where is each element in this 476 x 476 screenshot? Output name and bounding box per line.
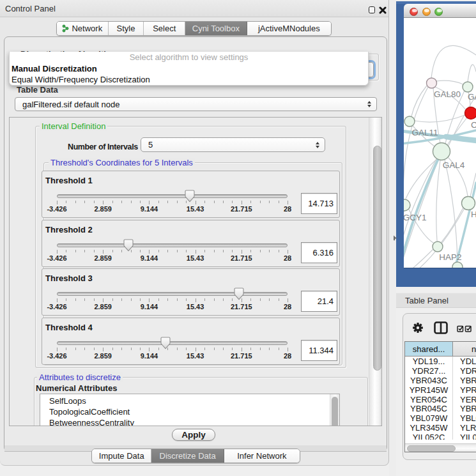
slider-thumb[interactable] xyxy=(185,190,195,203)
network-edge xyxy=(468,65,476,82)
tab-label: jActiveMNodules xyxy=(258,24,320,33)
slider-tick xyxy=(167,250,168,252)
slider-tick xyxy=(260,201,261,203)
threshold-value-field[interactable]: 21.4 xyxy=(301,291,337,312)
gear-icon[interactable] xyxy=(412,322,424,334)
tab-jactivemnodules[interactable]: jActiveMNodules xyxy=(247,22,331,35)
close-traffic-light-icon[interactable] xyxy=(410,8,418,16)
tab-cyni-toolbox[interactable]: Cyni Toolbox xyxy=(185,22,247,35)
slider-tick xyxy=(186,250,187,252)
combo-arrows-icon xyxy=(311,138,325,151)
slider-tick xyxy=(112,250,113,252)
slider-thumb[interactable] xyxy=(123,239,134,252)
slider-tick-label: 15.43 xyxy=(187,254,204,262)
numerical-attributes-heading: Numerical Attributes xyxy=(36,383,117,393)
tab-discretize-data[interactable]: Discretize Data xyxy=(151,449,224,463)
network-edge xyxy=(436,81,463,84)
threshold-value-field[interactable]: 6.316 xyxy=(301,242,337,263)
attribute-list-item[interactable]: BetweennessCentrality xyxy=(40,418,339,426)
slider-tick xyxy=(84,201,85,203)
threshold-value-field[interactable]: 11.344 xyxy=(301,340,337,361)
table-row[interactable]: YDR27...YDR2 xyxy=(405,366,476,376)
network-node[interactable] xyxy=(404,116,415,127)
table-row[interactable]: YIL052CYIL0 xyxy=(405,433,476,440)
slider-thumb[interactable] xyxy=(160,337,171,349)
dropdown-prompt-item[interactable]: Select algorithm to view settings xyxy=(10,52,368,63)
slider-tick-label: -3.426 xyxy=(47,352,66,360)
network-node[interactable] xyxy=(462,197,475,210)
slider-tick xyxy=(279,250,279,252)
mouse-cursor xyxy=(392,234,398,241)
slider-track[interactable] xyxy=(57,341,288,345)
threshold-panel-3: Threshold 3-3.4262.8599.14415.4321.71528… xyxy=(42,268,340,316)
slider-tick xyxy=(140,250,141,252)
network-node-label: GAL4 xyxy=(443,160,465,170)
tab-infer-network[interactable]: Infer Network xyxy=(224,449,300,463)
network-node[interactable] xyxy=(465,107,476,119)
table-cell: YBL0 xyxy=(453,413,476,423)
settings-scrollbar-thumb[interactable] xyxy=(373,146,381,371)
slider-tick xyxy=(158,298,159,301)
apply-button[interactable]: Apply xyxy=(172,429,215,441)
table-row[interactable]: YBL079WYBL0 xyxy=(405,413,476,423)
table-row[interactable]: YBR045CYBR0 xyxy=(405,404,476,413)
checkbox-icon[interactable] xyxy=(457,325,472,332)
slider-tick xyxy=(103,298,104,302)
network-node[interactable] xyxy=(404,199,410,211)
numerical-attributes-list[interactable]: SelfLoopsTopologicalCoefficientBetweenne… xyxy=(40,394,340,426)
tab-impute-data[interactable]: Impute Data xyxy=(92,449,151,463)
network-edge xyxy=(436,160,440,241)
dropdown-option-equal-width[interactable]: Equal Width/Frequency Discretization xyxy=(10,74,368,86)
network-canvas[interactable]: GAL80GACGAL11GAL4GCY1HHAP2 xyxy=(404,18,476,268)
minimize-traffic-light-icon[interactable] xyxy=(422,8,431,16)
table-hscrollbar[interactable] xyxy=(405,443,476,452)
slider-tick xyxy=(149,250,150,254)
slider-tick xyxy=(242,250,242,254)
threshold-value-field[interactable]: 14.713 xyxy=(301,193,337,214)
close-icon[interactable] xyxy=(379,6,387,14)
network-node[interactable] xyxy=(452,262,463,268)
zoom-traffic-light-icon[interactable] xyxy=(434,8,443,16)
attributes-scrollbar-thumb[interactable] xyxy=(332,397,338,426)
slider-tick xyxy=(158,348,159,350)
dropdown-option-manual[interactable]: Manual Discretization xyxy=(10,63,368,75)
network-node-label: H xyxy=(471,210,476,219)
attribute-list-item[interactable]: SelfLoops xyxy=(40,396,339,407)
table-cell: YPR1 xyxy=(453,385,476,395)
slider-tick xyxy=(232,348,233,350)
table-row[interactable]: YDL19...YDL1 xyxy=(405,357,476,366)
tab-network[interactable]: Network xyxy=(57,22,109,35)
table-data-combobox[interactable]: galFiltered.sif default node xyxy=(15,97,377,111)
tab-select[interactable]: Select xyxy=(144,22,185,35)
tab-style[interactable]: Style xyxy=(109,22,144,35)
network-node[interactable] xyxy=(433,242,443,252)
settings-scrollbar[interactable] xyxy=(369,118,381,426)
number-of-intervals-combobox[interactable]: 5 xyxy=(141,137,325,152)
slider-track[interactable] xyxy=(57,292,288,296)
column-header-n[interactable]: n xyxy=(453,342,476,357)
slider-tick-label: 9.144 xyxy=(141,352,158,360)
table-row[interactable]: YBR043CYBR0 xyxy=(405,376,476,385)
table-row[interactable]: YLR345WYLR3 xyxy=(405,423,476,433)
table-row[interactable]: YER054CYER0 xyxy=(405,395,476,404)
attribute-list-item[interactable]: TopologicalCoefficient xyxy=(40,407,339,418)
network-edge xyxy=(441,208,463,242)
slider-thumb[interactable] xyxy=(234,288,244,300)
network-node[interactable] xyxy=(463,82,473,92)
table-hscrollbar-thumb[interactable] xyxy=(407,445,456,452)
network-node[interactable] xyxy=(433,143,450,160)
columns-icon[interactable] xyxy=(434,321,448,334)
network-window-titlebar[interactable] xyxy=(404,4,476,18)
table-cell: YBR045C xyxy=(405,404,453,413)
slider-tick-label: 28 xyxy=(284,254,291,262)
tab-label: Discretize Data xyxy=(160,451,216,461)
slider-track[interactable] xyxy=(57,243,288,247)
column-header-shared[interactable]: shared... xyxy=(405,342,453,357)
attributes-scrollbar[interactable] xyxy=(330,394,339,426)
float-window-icon[interactable] xyxy=(369,6,375,13)
table-row[interactable]: YPR145WYPR1 xyxy=(405,385,476,395)
network-node[interactable] xyxy=(427,78,437,88)
slider-tick xyxy=(140,298,141,301)
slider-tick xyxy=(103,201,104,204)
slider-track[interactable] xyxy=(57,194,288,198)
